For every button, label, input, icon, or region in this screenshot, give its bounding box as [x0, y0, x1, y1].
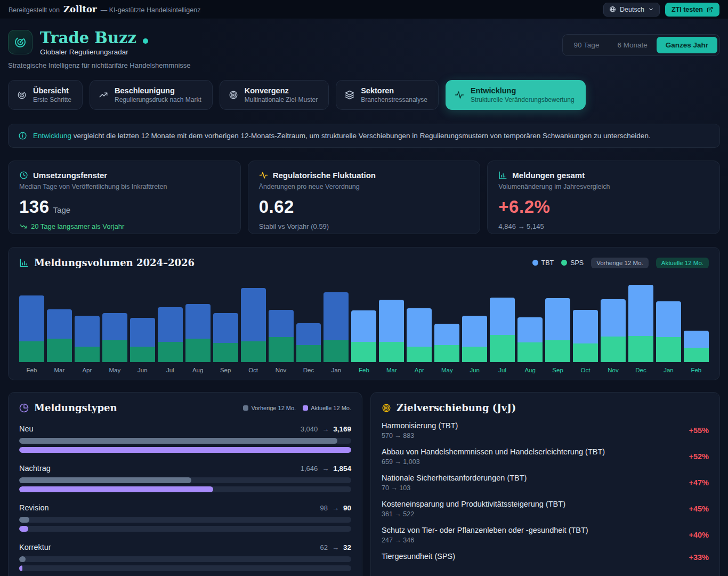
chart-bar[interactable]	[158, 281, 183, 362]
target-shift-delta: +52%	[689, 452, 709, 461]
range-button-ganzes-jahr[interactable]: Ganzes Jahr	[657, 37, 717, 53]
chart-bar[interactable]	[75, 281, 100, 362]
bar-segment-sps	[407, 347, 432, 362]
chart-bar[interactable]	[628, 281, 653, 362]
bar-segment-tbt	[296, 323, 321, 345]
chart-bar[interactable]	[241, 281, 266, 362]
stat-title: Umsetzungsfenster	[33, 171, 107, 180]
page-description: Strategische Intelligenz für nichttarifä…	[8, 61, 191, 69]
chart-x-labels: FebMarAprMayJunJulAugSepOctNovDecJanFebM…	[19, 367, 709, 373]
chart-x-label: Dec	[628, 367, 653, 373]
stat-title: Meldungen gesamt	[512, 171, 585, 180]
chart-bar[interactable]	[517, 281, 543, 362]
bar-segment-tbt	[323, 292, 349, 340]
prev-bar-track	[19, 556, 351, 562]
bar-segment-tbt	[130, 318, 155, 347]
target-shift-title: Zielverschiebung (JvJ)	[397, 402, 516, 413]
chart-bar[interactable]	[47, 281, 72, 362]
chart-bar[interactable]	[185, 281, 211, 362]
chart-bar[interactable]	[601, 281, 626, 362]
target-shift-row: Nationale Sicherheitsanforderungen (TBT)…	[382, 474, 709, 492]
activity-icon	[259, 171, 268, 180]
stat-value: 0.62	[259, 197, 294, 217]
language-selector[interactable]: Deutsch	[603, 3, 660, 17]
chart-x-label: Nov	[269, 367, 294, 373]
chart-bar[interactable]	[296, 281, 321, 362]
tab-sektoren[interactable]: SektorenBranchenstressanalyse	[336, 80, 439, 110]
bar-segment-tbt	[213, 313, 238, 343]
chart-x-label: Jun	[130, 367, 155, 373]
chart-bar[interactable]	[351, 281, 376, 362]
chart-bar[interactable]	[130, 281, 155, 362]
bar-segment-tbt	[434, 324, 459, 345]
report-type-label: Revision	[19, 503, 49, 512]
report-type-values: 98→90	[320, 504, 352, 512]
legend-pill-accent[interactable]: Aktuelle 12 Mo.	[656, 258, 709, 268]
target-icon	[229, 90, 238, 100]
tab-label: Konvergenz	[245, 86, 318, 95]
bar-segment-sps	[351, 342, 376, 362]
range-button-6-monate[interactable]: 6 Monate	[608, 37, 656, 53]
legend-pill-muted[interactable]: Vorherige 12 Mo.	[591, 258, 649, 268]
legend-dot	[532, 260, 538, 266]
report-types-legend: Vorherige 12 Mo.Aktuelle 12 Mo.	[243, 405, 351, 411]
tab-uebersicht[interactable]: ÜbersichtErste Schritte	[8, 80, 83, 110]
live-status-dot	[143, 38, 148, 44]
chart-bar[interactable]	[213, 281, 238, 362]
target-shift-delta: +55%	[689, 426, 709, 435]
bar-segment-sps	[628, 336, 653, 362]
stat-cards-row: Umsetzungsfenster Median Tage von Veröff…	[8, 161, 720, 234]
radar-icon	[14, 36, 27, 49]
bar-segment-sps	[379, 342, 404, 362]
bar-segment-sps	[656, 337, 681, 362]
chart-x-label: Feb	[19, 367, 44, 373]
bar-segment-tbt	[351, 310, 376, 342]
chart-x-label: Aug	[517, 367, 543, 373]
stat-card-meldungen-gesamt: Meldungen gesamt Volumenänderung im Jahr…	[487, 161, 720, 234]
zti-test-button[interactable]: ZTI testen	[665, 3, 719, 17]
chart-bar[interactable]	[407, 281, 432, 362]
chevron-down-icon	[648, 6, 654, 12]
chart-bar[interactable]	[102, 281, 127, 362]
bar-segment-tbt	[601, 299, 626, 337]
volume-chart-card: Meldungsvolumen 2024–2026 TBTSPSVorherig…	[8, 247, 720, 380]
tab-entwicklung[interactable]: EntwicklungStrukturelle Veränderungsbewe…	[446, 80, 586, 110]
report-type-label: Korrektur	[19, 543, 51, 551]
chart-bar[interactable]	[323, 281, 349, 362]
bar-segment-tbt	[462, 316, 487, 347]
chart-bar[interactable]	[379, 281, 404, 362]
chart-bar[interactable]	[656, 281, 681, 362]
target-shift-label: Kosteneinsparung und Produktivitätssteig…	[382, 500, 565, 508]
report-types-panel: Meldungstypen Vorherige 12 Mo.Aktuelle 1…	[8, 392, 362, 576]
target-shift-values: 361 → 522	[382, 510, 565, 518]
tab-beschleunigung[interactable]: BeschleunigungRegulierungsdruck nach Mar…	[90, 80, 213, 110]
chart-bar[interactable]	[573, 281, 598, 362]
chart-bar[interactable]	[490, 281, 515, 362]
stat-card-umsetzungsfenster: Umsetzungsfenster Median Tage von Veröff…	[8, 161, 241, 234]
bar-segment-sps	[241, 341, 266, 362]
tab-konvergenz[interactable]: KonvergenzMultinationale Ziel-Muster	[220, 80, 329, 110]
chart-bar[interactable]	[269, 281, 294, 362]
target-shift-label: Schutz von Tier- oder Pflanzenleben oder…	[382, 526, 588, 534]
chart-bar[interactable]	[19, 281, 44, 362]
bar-segment-sps	[601, 337, 626, 362]
radar-icon	[17, 90, 27, 100]
bar-segment-sps	[158, 342, 183, 362]
chart-bar[interactable]	[545, 281, 570, 362]
chart-bar[interactable]	[434, 281, 459, 362]
bar-segment-sps	[434, 345, 459, 362]
bar-chart-icon	[498, 171, 507, 180]
bar-segment-sps	[573, 343, 598, 362]
range-button-90-tage[interactable]: 90 Tage	[565, 37, 609, 53]
chart-bar[interactable]	[684, 281, 709, 362]
bar-segment-tbt	[684, 331, 709, 348]
bar-segment-tbt	[19, 295, 44, 341]
chart-bar[interactable]	[462, 281, 487, 362]
page-subtitle: Globaler Regulierungsradar	[40, 48, 148, 56]
report-type-row: Neu3,040→3,169	[19, 425, 351, 453]
tab-sublabel: Multinationale Ziel-Muster	[245, 96, 318, 103]
clock-icon	[19, 171, 28, 180]
chart-x-label: May	[434, 367, 459, 373]
layers-icon	[345, 90, 354, 100]
activity-icon	[455, 90, 464, 100]
